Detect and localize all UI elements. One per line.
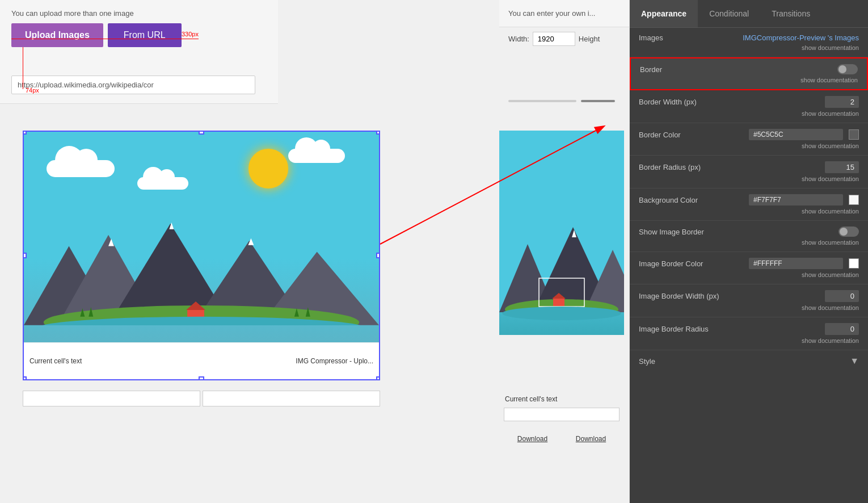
border-toggle[interactable]: [837, 64, 858, 74]
download-button-2[interactable]: Download: [563, 431, 618, 446]
tab-transitions[interactable]: Transitions: [760, 0, 821, 27]
width-height-row: Width: Height: [499, 27, 629, 51]
border-width-doc-link[interactable]: show documentation: [639, 110, 859, 117]
bg-color-chip[interactable]: [849, 195, 859, 205]
cloud-1: [47, 160, 115, 177]
measure-line-vertical: [23, 47, 23, 89]
prop-row-style: Style ▼: [630, 350, 868, 372]
selection-handle-bl[interactable]: [23, 376, 27, 380]
selection-handle-bc[interactable]: [199, 376, 204, 380]
img-border-width-input[interactable]: [825, 290, 859, 302]
border-radius-doc-link[interactable]: show documentation: [639, 175, 859, 182]
right-top-text: You can enter your own i...: [508, 9, 595, 18]
selection-handle-tl[interactable]: [23, 131, 27, 135]
measure-line-horizontal: [11, 39, 199, 39]
slider-track[interactable]: [508, 100, 576, 102]
img-border-color-chip[interactable]: [849, 258, 859, 269]
img-border-width-label: Image Border Width (px): [639, 292, 719, 300]
prop-row-border-radius: Border Radius (px) show documentation: [630, 156, 868, 188]
border-doc-link[interactable]: show documentation: [640, 77, 858, 83]
download-row: Download Download: [499, 431, 624, 446]
prop-row-border-width: Border Width (px) show documentation: [630, 90, 868, 123]
image-caption-area: [23, 391, 380, 406]
prop-row-img-border-radius: Image Border Radius show documentation: [630, 317, 868, 350]
upload-hint: You can upload more than one image: [11, 9, 267, 18]
style-label: Style: [639, 357, 655, 366]
cell-text-left: Current cell's text: [30, 357, 82, 365]
mountains-svg: [24, 212, 379, 325]
tab-appearance[interactable]: Appearance: [630, 0, 698, 27]
selection-handle-tr[interactable]: [376, 131, 380, 135]
border-radius-label: Border Radius (px): [639, 163, 701, 171]
slider-second-track[interactable]: [581, 100, 615, 102]
right-preview-area: You can enter your own i... Width: Heigh…: [499, 0, 630, 503]
selection-handle-tc[interactable]: [199, 131, 204, 135]
img-border-width-doc-link[interactable]: show documentation: [639, 304, 859, 311]
measure-width-label: 330px: [182, 31, 199, 37]
cloud-2: [137, 177, 188, 190]
prop-row-images: Images IMGCompressor-Preview 's Images s…: [630, 28, 868, 57]
prop-row-show-img-border: Show Image Border show documentation: [630, 221, 868, 252]
selection-handle-mr[interactable]: [376, 253, 380, 258]
sky-scene: [24, 132, 379, 342]
url-input[interactable]: [11, 76, 255, 94]
upload-images-button[interactable]: Upload Images: [11, 23, 103, 47]
main-container: You can upload more than one image Uploa…: [0, 0, 868, 503]
properties-panel: Appearance Conditional Transitions Image…: [630, 0, 868, 503]
img-border-color-input[interactable]: [749, 258, 843, 269]
from-url-button[interactable]: From URL: [108, 23, 182, 47]
right-caption-input[interactable]: [504, 408, 620, 421]
caption-input-right[interactable]: [203, 391, 380, 406]
img-border-radius-doc-link[interactable]: show documentation: [639, 337, 859, 344]
img-border-color-label: Image Border Color: [639, 259, 703, 268]
panel-tabs: Appearance Conditional Transitions: [630, 0, 868, 28]
cloud-3: [288, 149, 345, 163]
border-color-input[interactable]: [749, 129, 843, 140]
img-border-color-doc-link[interactable]: show documentation: [639, 271, 859, 278]
left-canvas-area: You can upload more than one image Uploa…: [0, 0, 499, 503]
right-top-bar: You can enter your own i...: [499, 0, 629, 27]
main-image-placeholder: [24, 132, 379, 342]
border-color-doc-link[interactable]: show documentation: [639, 142, 859, 149]
image-bottom-bar: Current cell's text IMG Compressor - Upl…: [24, 342, 379, 379]
right-preview-image: [499, 131, 624, 335]
height-label: Height: [579, 35, 600, 43]
images-label: Images: [639, 33, 663, 42]
border-radius-input[interactable]: [825, 161, 859, 173]
svg-rect-22: [553, 298, 564, 306]
selection-handle-br[interactable]: [376, 376, 380, 380]
images-doc-link[interactable]: show documentation: [639, 44, 859, 51]
prop-row-bg-color: Background Color show documentation: [630, 188, 868, 221]
show-img-border-doc-link[interactable]: show documentation: [639, 239, 859, 246]
selection-handle-ml[interactable]: [23, 253, 27, 258]
border-label: Border: [640, 65, 662, 74]
prop-section: Images IMGCompressor-Preview 's Images s…: [630, 28, 868, 372]
show-img-border-label: Show Image Border: [639, 228, 704, 236]
download-button-1[interactable]: Download: [505, 431, 560, 446]
style-chevron-icon[interactable]: ▼: [850, 356, 859, 366]
width-label: Width:: [508, 35, 529, 43]
caption-input-left[interactable]: [23, 391, 200, 406]
prop-row-border-color: Border Color show documentation: [630, 123, 868, 156]
border-width-input[interactable]: [825, 96, 859, 108]
show-img-border-toggle[interactable]: [838, 227, 859, 237]
preview-image-svg: [499, 131, 624, 335]
img-border-radius-label: Image Border Radius: [639, 325, 709, 333]
images-value-link[interactable]: IMGCompressor-Preview 's Images: [743, 33, 859, 42]
slider-row: [499, 95, 624, 107]
main-image-canvas: Current cell's text IMG Compressor - Upl…: [23, 131, 380, 380]
bg-color-input[interactable]: [749, 194, 843, 206]
svg-point-25: [502, 307, 621, 320]
bg-color-label: Background Color: [639, 196, 698, 204]
bg-color-doc-link[interactable]: show documentation: [639, 208, 859, 215]
border-color-label: Border Color: [639, 131, 681, 139]
border-width-label: Border Width (px): [639, 98, 697, 106]
prop-row-border: Border show documentation: [630, 57, 868, 90]
img-border-radius-input[interactable]: [825, 323, 859, 335]
prop-row-img-border-width: Image Border Width (px) show documentati…: [630, 284, 868, 317]
width-input[interactable]: [533, 32, 575, 46]
right-cell-text: Current cell's text: [499, 391, 624, 408]
border-color-chip[interactable]: [849, 129, 859, 140]
prop-row-img-border-color: Image Border Color show documentation: [630, 252, 868, 284]
tab-conditional[interactable]: Conditional: [698, 0, 760, 27]
